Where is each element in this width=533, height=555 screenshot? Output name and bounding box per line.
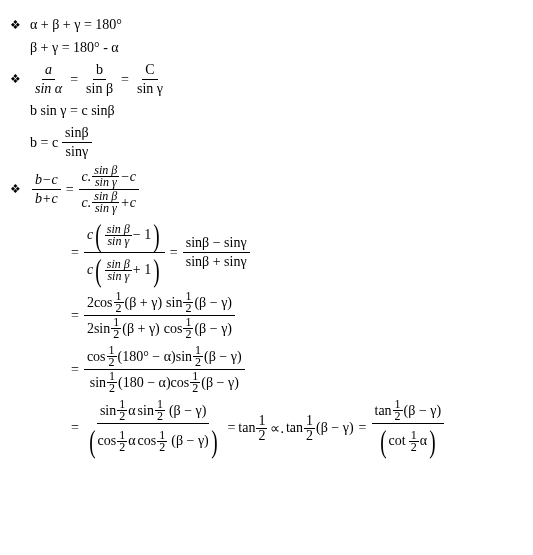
paren-icon: (: [380, 425, 386, 457]
text: sin: [94, 321, 110, 337]
den: c ( sin β sin γ + 1 ): [84, 253, 165, 287]
paren-icon: (: [95, 254, 101, 286]
paren-icon: ): [153, 254, 159, 286]
text: sin: [166, 295, 182, 311]
num: sinβ − sinγ: [183, 234, 250, 253]
text: (β − γ): [316, 420, 354, 436]
den: sin α: [32, 80, 65, 98]
den: b+c: [32, 190, 61, 208]
num: b−c: [32, 171, 61, 190]
frac: 2 cos 12 (β + γ) sin 12 (β − γ) 2 sin 12…: [84, 290, 235, 341]
text: 2: [87, 321, 94, 337]
frac: c ( sin β sin γ − 1 ) c ( sin β sin γ + …: [84, 218, 165, 287]
half-frac: 12: [193, 345, 203, 368]
num: 1: [256, 414, 267, 429]
half-frac: 12: [304, 414, 315, 443]
text: (β + γ): [122, 321, 160, 337]
text: (β − γ): [169, 403, 207, 419]
expr: = sin 12 α sin 12 (β − γ) ( cos 12 α cos…: [68, 398, 446, 458]
expr: b sin γ = c sinβ: [30, 103, 115, 119]
den: 2: [256, 429, 267, 443]
half-frac: 12: [107, 371, 117, 394]
half-frac: 12: [183, 291, 193, 314]
text: (β − γ): [201, 375, 239, 391]
text: cos: [164, 321, 183, 337]
frac: b−c b+c: [32, 171, 61, 208]
paren-icon: ): [153, 219, 159, 251]
half-frac: 12: [393, 399, 403, 422]
bullet-icon: ❖: [10, 182, 30, 197]
text: c: [87, 262, 93, 278]
text: 2: [87, 295, 94, 311]
text: cos: [138, 433, 157, 449]
text: (β − γ): [194, 321, 232, 337]
small-frac: sin β sin γ: [105, 259, 132, 282]
den: sin γ: [105, 236, 131, 247]
text: tan: [238, 420, 255, 436]
den: sin γ: [93, 177, 119, 188]
half-frac: 12: [155, 399, 165, 422]
equals: =: [227, 420, 235, 436]
half-frac: 12: [190, 371, 200, 394]
num: cos 12 (180° − α) sin 12 (β − γ): [84, 344, 245, 370]
den: sin β: [83, 80, 116, 98]
num: a: [42, 61, 55, 80]
den: 2: [304, 429, 315, 443]
den: sin γ: [93, 203, 119, 214]
frac: b sin β: [83, 61, 116, 98]
text: (β − γ): [194, 295, 232, 311]
num: C: [142, 61, 157, 80]
small-frac: sin β sin γ: [105, 224, 132, 247]
num: sin 12 α sin 12 (β − γ): [97, 398, 210, 424]
expr: b−c b+c = c. sin β sin γ −c c. sin β sin…: [30, 164, 141, 215]
text: cos: [98, 433, 117, 449]
equals: =: [71, 308, 79, 324]
text: α: [128, 403, 135, 419]
frac: sinβ − sinγ sinβ + sinγ: [183, 234, 250, 271]
num: c. sin β sin γ −c: [79, 164, 139, 190]
equals: =: [66, 182, 74, 198]
text: cot: [389, 433, 406, 449]
num: tan 12 (β − γ): [372, 398, 445, 424]
den: 2: [183, 303, 193, 314]
num: sinβ: [62, 124, 91, 143]
eq-line-8: = 2 cos 12 (β + γ) sin 12 (β − γ) 2 sin …: [10, 290, 523, 341]
den: 2: [117, 442, 127, 453]
den: 2: [190, 383, 200, 394]
text: c: [87, 227, 93, 243]
eq-line-4: b sin γ = c sinβ: [10, 101, 523, 121]
num: 2 cos 12 (β + γ) sin 12 (β − γ): [84, 290, 235, 316]
eq-line-7: = c ( sin β sin γ − 1 ) c ( sin β sin γ …: [10, 218, 523, 287]
text: (β − γ): [204, 349, 242, 365]
text: ∝.: [270, 420, 284, 437]
half-frac: 12: [117, 430, 127, 453]
equals: =: [170, 245, 178, 261]
text: (180 − α): [118, 375, 171, 391]
expr: = 2 cos 12 (β + γ) sin 12 (β − γ) 2 sin …: [68, 290, 237, 341]
text: cos: [87, 349, 106, 365]
expr: a sin α = b sin β = C sin γ: [30, 61, 168, 98]
den: sinβ + sinγ: [183, 253, 250, 271]
frac: c. sin β sin γ −c c. sin β sin γ +c: [79, 164, 139, 215]
den: 2: [393, 411, 403, 422]
frac: a sin α: [32, 61, 65, 98]
expr: = cos 12 (180° − α) sin 12 (β − γ) sin 1…: [68, 344, 247, 395]
text: α: [128, 433, 135, 449]
text: sin: [90, 375, 106, 391]
den: sin γ: [105, 271, 131, 282]
text: sin: [100, 403, 116, 419]
half-frac: 12: [183, 317, 193, 340]
text: α: [420, 433, 427, 449]
small-frac: sin β sin γ: [92, 165, 119, 188]
frac: cos 12 (180° − α) sin 12 (β − γ) sin 12 …: [84, 344, 245, 395]
half-frac: 12: [409, 430, 419, 453]
eq-line-1: ❖ α + β + γ = 180°: [10, 15, 523, 35]
half-frac: 12: [107, 345, 117, 368]
bullet-icon: ❖: [10, 72, 30, 87]
text: +c: [120, 195, 136, 211]
text: tan: [375, 403, 392, 419]
den: 2: [183, 329, 193, 340]
bullet-icon: ❖: [10, 18, 30, 33]
text: (β − γ): [171, 433, 209, 449]
frac: tan 12 (β − γ) ( cot 12 α ): [372, 398, 445, 458]
